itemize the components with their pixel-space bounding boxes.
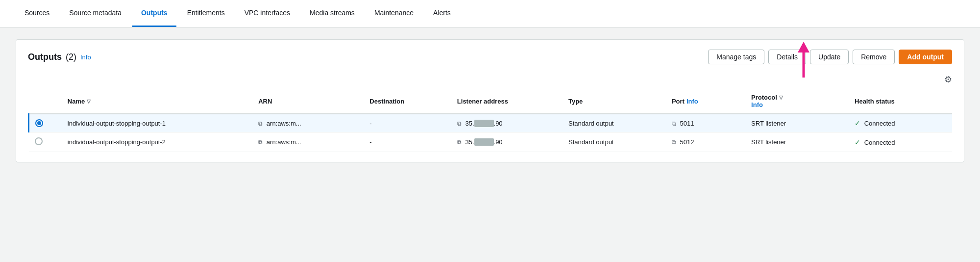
protocol-info-link[interactable]: Info [751, 101, 843, 108]
svg-marker-1 [798, 42, 809, 52]
info-link[interactable]: Info [80, 53, 91, 61]
health-icon-1: ✓ [855, 119, 860, 127]
th-health: Health status [849, 89, 952, 114]
listener-copy-icon-1[interactable]: ⧉ [457, 120, 462, 127]
health-cell-2: ✓ Connected [849, 132, 952, 152]
arn-cell-1: ⧉ arn:aws:m... [252, 114, 364, 132]
protocol-cell-2: SRT listener [745, 132, 849, 152]
tabs-bar: Sources Source metadata Outputs Entitlem… [0, 0, 980, 27]
port-copy-icon-2[interactable]: ⧉ [672, 139, 676, 146]
th-protocol: Protocol ▽ Info [745, 89, 849, 114]
panel-title: Outputs [28, 52, 62, 62]
tab-alerts[interactable]: Alerts [424, 0, 460, 27]
table-row[interactable]: individual-output-stopping-output-1 ⧉ ar… [29, 114, 953, 132]
panel-count: (2) [66, 52, 76, 62]
tab-outputs[interactable]: Outputs [132, 0, 176, 27]
main-content: Outputs (2) Info Manage tags Details Upd… [0, 27, 980, 174]
tab-source-metadata[interactable]: Source metadata [60, 0, 130, 27]
arn-cell-2: ⧉ arn:aws:m... [252, 132, 364, 152]
tab-entitlements[interactable]: Entitlements [178, 0, 234, 27]
radio-button-2[interactable] [35, 137, 43, 145]
settings-icon[interactable]: ⚙ [944, 74, 952, 85]
name-sort-icon[interactable]: ▽ [87, 99, 91, 104]
tab-media-streams[interactable]: Media streams [301, 0, 364, 27]
listener-cell-2: ⧉ 35.███.90 [451, 132, 563, 152]
panel-actions: Manage tags Details Update Remove Add ou… [708, 50, 952, 64]
listener-blurred-2: ███ [474, 138, 494, 146]
type-cell-1: Standard output [563, 114, 666, 132]
port-info-link[interactable]: Info [686, 98, 698, 105]
copy-icon-1[interactable]: ⧉ [258, 120, 263, 127]
th-radio [29, 89, 62, 114]
port-cell-2: ⧉ 5012 [666, 132, 745, 152]
port-cell-1: ⧉ 5011 [666, 114, 745, 132]
outputs-panel: Outputs (2) Info Manage tags Details Upd… [16, 39, 964, 162]
port-copy-icon-1[interactable]: ⧉ [672, 120, 676, 127]
type-cell-2: Standard output [563, 132, 666, 152]
radio-inner-1 [37, 121, 41, 125]
radio-cell-1[interactable] [29, 114, 62, 132]
add-output-button[interactable]: Add output [899, 50, 952, 64]
tab-sources[interactable]: Sources [16, 0, 58, 27]
th-type: Type [563, 89, 666, 114]
name-cell-2: individual-output-stopping-output-2 [62, 132, 252, 152]
manage-tags-button[interactable]: Manage tags [708, 50, 764, 64]
th-listener: Listener address [451, 89, 563, 114]
tab-maintenance[interactable]: Maintenance [366, 0, 422, 27]
health-cell-1: ✓ Connected [849, 114, 952, 132]
dest-cell-2: - [364, 132, 451, 152]
th-port: Port Info [666, 89, 745, 114]
protocol-cell-1: SRT listener [745, 114, 849, 132]
table-row[interactable]: individual-output-stopping-output-2 ⧉ ar… [29, 132, 953, 152]
outputs-table: Name ▽ ARN Destination Listener address … [28, 89, 952, 152]
listener-copy-icon-2[interactable]: ⧉ [457, 139, 462, 146]
remove-button[interactable]: Remove [853, 50, 895, 64]
health-icon-2: ✓ [855, 138, 860, 146]
outputs-table-wrapper: Name ▽ ARN Destination Listener address … [28, 89, 952, 152]
copy-icon-2[interactable]: ⧉ [258, 139, 263, 146]
listener-cell-1: ⧉ 35.███.90 [451, 114, 563, 132]
dest-cell-1: - [364, 114, 451, 132]
th-destination: Destination [364, 89, 451, 114]
name-cell-1: individual-output-stopping-output-1 [62, 114, 252, 132]
th-arn: ARN [252, 89, 364, 114]
listener-blurred-1: ███ [474, 120, 494, 127]
protocol-sort-icon[interactable]: ▽ [779, 95, 783, 100]
tab-vpc-interfaces[interactable]: VPC interfaces [236, 0, 299, 27]
panel-title-section: Outputs (2) Info [28, 52, 91, 62]
table-header-row: Name ▽ ARN Destination Listener address … [29, 89, 953, 114]
radio-cell-2[interactable] [29, 132, 62, 152]
th-name[interactable]: Name ▽ [62, 89, 252, 114]
radio-button-1[interactable] [35, 119, 43, 127]
pink-arrow-annotation [789, 41, 816, 80]
